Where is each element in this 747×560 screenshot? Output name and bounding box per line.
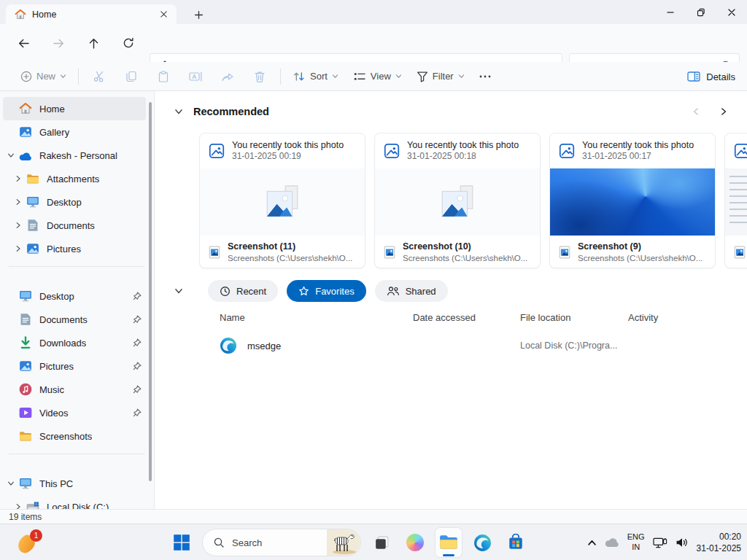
collapse-chevron-icon[interactable] (174, 287, 183, 295)
notification-badge: 1 (30, 529, 42, 542)
new-tab-button[interactable] (190, 6, 207, 23)
document-icon (26, 219, 39, 232)
cut-button[interactable] (83, 65, 115, 88)
sidebar-item-documents[interactable]: Documents (3, 308, 146, 331)
sort-button[interactable]: Sort (285, 65, 346, 88)
sidebar-item-desktop-onedrive[interactable]: Desktop (3, 190, 146, 214)
sidebar-item-attachments[interactable]: Attachments (3, 167, 146, 190)
delete-button[interactable] (244, 65, 276, 88)
pin-icon (132, 292, 142, 301)
tab-recent[interactable]: Recent (208, 280, 278, 302)
pin-icon (132, 408, 142, 418)
recommended-card[interactable]: You recently took this photo 31-01-2025 … (374, 133, 541, 268)
edge-icon (473, 534, 492, 552)
sidebar-scrollbar[interactable] (149, 102, 152, 481)
people-icon (387, 286, 400, 296)
chevron-down-icon[interactable] (3, 152, 19, 159)
pin-icon (132, 338, 142, 348)
chevron-right-icon[interactable] (10, 175, 26, 182)
explorer-tab-home[interactable]: Home (6, 4, 177, 24)
sidebar-item-music[interactable]: Music (3, 378, 146, 401)
recommended-card-partial[interactable] (724, 133, 747, 268)
language-indicator[interactable]: ENG IN (627, 532, 645, 553)
sidebar-item-pictures[interactable]: Pictures (3, 354, 146, 378)
recommended-card[interactable]: You recently took this photo 31-01-2025 … (549, 133, 716, 268)
image-file-icon (384, 246, 395, 259)
hidden-icons-chevron[interactable] (587, 538, 597, 548)
details-pane-button[interactable]: Details (687, 65, 735, 88)
close-button[interactable] (716, 0, 747, 24)
carousel-next-icon[interactable] (719, 107, 728, 116)
file-row-msedge[interactable]: msedge Local Disk (C:)\Progra... (155, 332, 747, 359)
taskbar-clock[interactable]: 00:20 31-01-2025 (697, 531, 741, 554)
sidebar-item-local-disk-c[interactable]: Local Disk (C:) (3, 495, 146, 509)
volume-icon[interactable] (676, 537, 689, 548)
sidebar-item-pictures-onedrive[interactable]: Pictures (3, 237, 146, 260)
desktop: Home Home Search Home (0, 0, 747, 560)
image-file-icon (209, 246, 220, 259)
sidebar-item-desktop[interactable]: Desktop (3, 284, 146, 308)
tab-close-icon[interactable] (156, 7, 171, 22)
chevron-right-icon[interactable] (10, 245, 26, 252)
carousel-previous-icon[interactable] (692, 107, 700, 116)
file-explorer-button[interactable] (436, 528, 462, 557)
network-icon[interactable] (653, 537, 667, 548)
gallery-icon (19, 125, 32, 139)
content-pane: Recommended You recently took this photo… (154, 91, 747, 509)
onedrive-tray-icon[interactable] (605, 537, 619, 548)
sidebar-item-screenshots[interactable]: Screenshots (3, 424, 146, 448)
tab-favorites[interactable]: Favorites (287, 280, 365, 302)
sidebar-item-documents-onedrive[interactable]: Documents (3, 214, 146, 237)
share-button[interactable] (212, 65, 244, 88)
column-header-activity[interactable]: Activity (628, 312, 747, 323)
sidebar-item-onedrive[interactable]: Rakesh - Personal (3, 144, 146, 167)
recommended-title: Recommended (193, 106, 269, 117)
tab-shared[interactable]: Shared (375, 280, 448, 302)
column-header-file-location[interactable]: File location (520, 312, 628, 323)
sidebar-item-downloads[interactable]: Downloads (3, 331, 146, 354)
chevron-right-icon[interactable] (10, 198, 26, 206)
task-view-icon (374, 534, 390, 551)
rename-button[interactable] (179, 65, 212, 88)
forward-button[interactable] (47, 31, 70, 55)
chevron-right-icon[interactable] (10, 222, 26, 229)
minimize-button[interactable] (655, 0, 686, 24)
taskbar-search-box[interactable]: Search (202, 529, 361, 556)
sidebar-item-gallery[interactable]: Gallery (3, 120, 146, 144)
refresh-button[interactable] (117, 31, 140, 55)
search-highlight-zebra-image[interactable] (327, 529, 360, 556)
sidebar-item-this-pc[interactable]: This PC (3, 472, 146, 495)
image-file-icon (734, 246, 746, 259)
music-icon (19, 383, 32, 396)
sidebar-item-home[interactable]: Home (3, 97, 146, 120)
column-header-name[interactable]: Name (220, 312, 413, 323)
copy-button[interactable] (115, 65, 147, 88)
taskbar: 1 Search (0, 524, 747, 560)
collapse-chevron-icon[interactable] (174, 107, 183, 116)
paste-button[interactable] (147, 65, 179, 88)
home-tab-icon (15, 9, 26, 20)
recommended-card[interactable]: You recently took this photo 31-01-2025 … (199, 133, 365, 268)
microsoft-store-button[interactable] (503, 528, 529, 557)
copilot-button[interactable] (402, 528, 428, 557)
start-button[interactable] (169, 528, 195, 557)
up-button[interactable] (82, 31, 105, 55)
task-view-button[interactable] (368, 528, 395, 557)
document-icon (19, 313, 32, 326)
restore-button[interactable] (686, 0, 716, 24)
back-button[interactable] (12, 31, 35, 55)
photo-icon (734, 143, 747, 159)
home-icon (19, 102, 32, 115)
chevron-down-icon[interactable] (3, 480, 19, 487)
store-icon (507, 534, 525, 551)
chevron-right-icon[interactable] (10, 503, 26, 509)
more-options-button[interactable] (472, 65, 498, 88)
sidebar-item-videos[interactable]: Videos (3, 401, 146, 424)
filter-button[interactable]: Filter (409, 65, 472, 88)
onedrive-cloud-icon (19, 152, 32, 161)
view-button[interactable]: View (346, 65, 409, 88)
column-header-date-accessed[interactable]: Date accessed (413, 312, 520, 323)
new-button[interactable]: New (13, 65, 74, 88)
edge-button[interactable] (469, 528, 495, 557)
taskbar-widget-button[interactable]: 1 (16, 529, 42, 556)
